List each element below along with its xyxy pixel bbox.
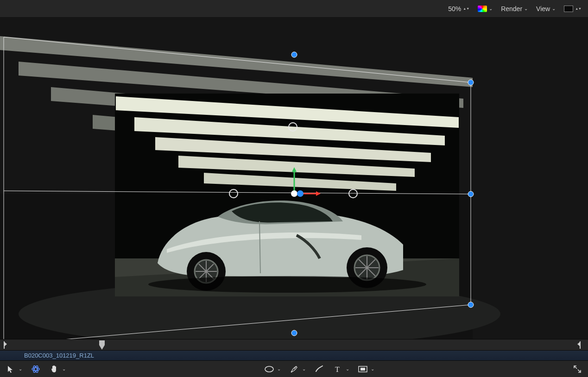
- chevron-down-icon[interactable]: ⌄: [346, 366, 349, 371]
- transform-handle[interactable]: [291, 330, 297, 336]
- color-wheel-icon: [478, 6, 487, 12]
- mini-timeline[interactable]: [0, 339, 588, 350]
- svg-point-44: [291, 371, 292, 372]
- svg-point-37: [291, 190, 297, 197]
- background-color-control[interactable]: ▲▼: [564, 6, 582, 12]
- svg-point-32: [148, 276, 426, 293]
- pan-tool[interactable]: [49, 364, 59, 374]
- select-tool[interactable]: [6, 364, 16, 374]
- scene-illustration: [0, 18, 588, 339]
- svg-text:T: T: [335, 365, 340, 373]
- text-tool[interactable]: T: [333, 364, 343, 374]
- svg-point-40: [32, 367, 39, 370]
- background-rect-icon: [564, 6, 573, 12]
- chevron-down-icon[interactable]: ⌄: [62, 366, 66, 371]
- svg-point-43: [265, 366, 273, 372]
- pen-tool[interactable]: [289, 364, 299, 374]
- paint-stroke-tool[interactable]: [314, 364, 324, 374]
- chevron-down-icon: ⌄: [524, 6, 528, 11]
- render-dropdown[interactable]: Render ⌄: [501, 5, 528, 13]
- color-channel-dropdown[interactable]: ⌄: [478, 6, 493, 12]
- zoom-level-label: 50%: [448, 5, 461, 13]
- transform-handle[interactable]: [291, 52, 297, 57]
- svg-point-38: [297, 190, 303, 197]
- svg-marker-39: [99, 340, 105, 350]
- canvas-bottom-toolbar: ⌄ ⌄ ⌄ ⌄: [0, 360, 588, 377]
- mask-tool[interactable]: [358, 364, 368, 374]
- canvas-top-toolbar: 50% ▲▼ ⌄ Render ⌄ View ⌄ ▲▼: [0, 0, 588, 18]
- view-label: View: [536, 5, 550, 13]
- chevron-down-icon: ⌄: [489, 6, 493, 11]
- chevron-down-icon[interactable]: ⌄: [302, 366, 306, 371]
- chevron-down-icon[interactable]: ⌄: [19, 366, 22, 371]
- zoom-level-control[interactable]: 50% ▲▼: [448, 5, 469, 13]
- 3d-transform-tool[interactable]: [31, 364, 41, 374]
- updown-icon: ▲▼: [463, 8, 469, 10]
- svg-rect-47: [360, 368, 365, 371]
- playhead[interactable]: [99, 340, 105, 350]
- render-label: Render: [501, 5, 522, 13]
- chevron-down-icon: ⌄: [552, 6, 556, 11]
- app-window: 50% ▲▼ ⌄ Render ⌄ View ⌄ ▲▼: [0, 0, 588, 377]
- transform-handle[interactable]: [468, 191, 474, 197]
- chevron-down-icon[interactable]: ⌄: [371, 366, 374, 371]
- transform-handle[interactable]: [468, 80, 474, 85]
- transform-handle[interactable]: [468, 302, 474, 308]
- clip-name-bar: B020C003_101219_R1ZL: [0, 350, 588, 360]
- updown-icon: ▲▼: [575, 8, 582, 10]
- canvas-scene: [0, 18, 588, 339]
- chevron-down-icon[interactable]: ⌄: [277, 366, 281, 371]
- view-dropdown[interactable]: View ⌄: [536, 5, 556, 13]
- shape-tool[interactable]: [264, 364, 274, 374]
- viewer-canvas[interactable]: [0, 18, 588, 339]
- fullscreen-toggle[interactable]: [572, 364, 582, 374]
- clip-name-label: B020C003_101219_R1ZL: [24, 352, 94, 359]
